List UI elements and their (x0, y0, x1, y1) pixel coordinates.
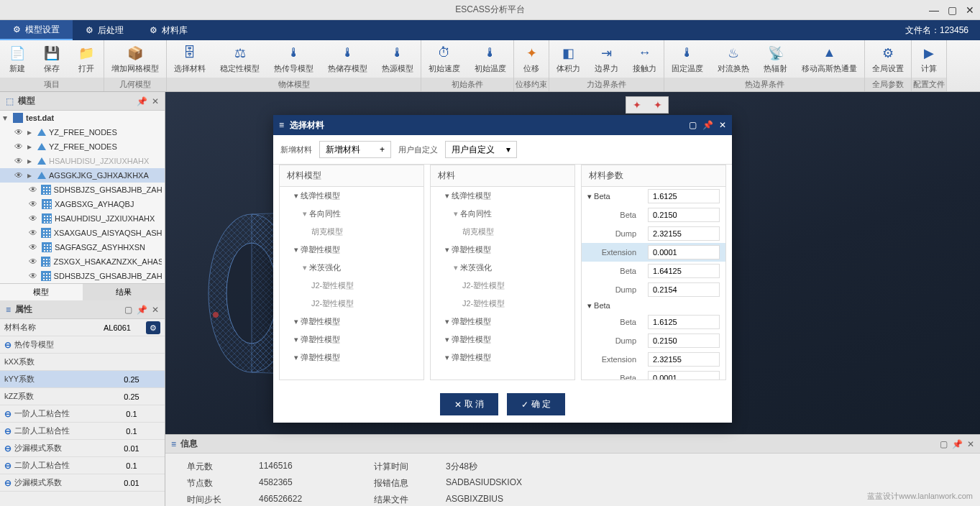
param-row[interactable]: Beta (582, 299, 725, 313)
prop-row[interactable]: kXX系数 (0, 354, 165, 371)
eye-icon[interactable]: 👁 (14, 142, 24, 152)
eye-icon[interactable]: 👁 (14, 127, 24, 137)
param-value[interactable]: 0.2150 (648, 334, 720, 348)
ribbon-全局设置[interactable]: ⚙全局设置 (865, 40, 911, 78)
material-item[interactable]: J2-塑性模型 (280, 295, 423, 313)
param-value[interactable]: 1.6125 (648, 189, 720, 203)
eye-icon[interactable]: 👁 (29, 271, 38, 281)
tree-item[interactable]: 👁▸YZ_FREE_NODES (0, 125, 165, 139)
close-panel-icon[interactable]: ✕ (967, 439, 974, 449)
close-icon[interactable]: ✕ (966, 4, 974, 16)
material-item[interactable]: 弹塑性模型 (431, 331, 574, 349)
tree-item[interactable]: 👁▸AGSGKJKG_GJHXAJKHXA (0, 168, 165, 183)
prop-row[interactable]: ⊖ 沙漏模式系数0.01 (0, 440, 165, 457)
param-row[interactable]: Beta1.64125 (582, 262, 725, 280)
material-item[interactable]: 各向同性 (280, 205, 423, 223)
ribbon-对流换热[interactable]: ♨对流换热 (710, 40, 756, 78)
pin-icon[interactable]: 📌 (137, 305, 147, 315)
param-value[interactable]: 0.2150 (648, 208, 720, 222)
param-row[interactable]: Beta0.0001 (582, 369, 725, 380)
material-item[interactable]: J2-塑性模型 (280, 277, 423, 295)
maximize-icon[interactable]: ▢ (948, 4, 957, 16)
eye-icon[interactable]: 👁 (29, 199, 39, 209)
tree-item[interactable]: 👁HSAUHDISU_JZXIUXHAHX (0, 211, 165, 226)
param-row[interactable]: Dump0.2150 (582, 331, 725, 350)
eye-icon[interactable]: 👁 (29, 213, 39, 224)
prop-row[interactable]: ⊖ 热传导模型 (0, 336, 165, 354)
tree-root[interactable]: ▾test.dat (0, 111, 165, 125)
material-item[interactable]: 米茨强化 (280, 259, 423, 277)
material-item[interactable]: 弹塑性模型 (431, 349, 574, 367)
close-panel-icon[interactable]: ✕ (152, 96, 159, 106)
param-value[interactable]: 1.6125 (648, 315, 720, 329)
cancel-button[interactable]: ✕ 取 消 (440, 393, 498, 415)
param-row[interactable]: Dump2.32155 (582, 224, 725, 243)
pin-icon[interactable]: 📌 (952, 439, 963, 449)
ribbon-固定温度[interactable]: 🌡固定温度 (664, 40, 710, 78)
ribbon-热源模型[interactable]: 🌡热源模型 (375, 40, 421, 78)
param-value[interactable]: 2.32155 (648, 352, 720, 367)
eye-icon[interactable]: 👁 (14, 170, 24, 180)
param-row[interactable]: Beta0.2150 (582, 206, 725, 224)
eye-icon[interactable]: 👁 (29, 242, 39, 252)
prop-row[interactable]: kZZ系数0.25 (0, 388, 165, 405)
model-tree[interactable]: ▾test.dat👁▸YZ_FREE_NODES👁▸YZ_FREE_NODES👁… (0, 111, 165, 283)
material-item[interactable]: 弹塑性模型 (431, 313, 574, 331)
eye-icon[interactable]: 👁 (29, 228, 38, 238)
collapse-icon[interactable]: ⊖ (4, 409, 12, 419)
param-row[interactable]: Beta1.6125 (582, 313, 725, 331)
material-item[interactable]: 弹塑性模型 (280, 241, 423, 259)
restore-icon[interactable]: ▢ (689, 120, 697, 130)
material-item[interactable]: J2-塑性模型 (431, 295, 574, 313)
ribbon-初始速度[interactable]: ⏱初始速度 (421, 40, 467, 78)
ribbon-体积力[interactable]: ◧体积力 (549, 40, 587, 78)
collapse-icon[interactable]: ⊖ (4, 340, 12, 350)
param-row[interactable]: Dump0.2154 (582, 280, 725, 299)
ribbon-边界力[interactable]: ⇥边界力 (587, 40, 626, 78)
param-row[interactable]: Beta1.6125 (582, 187, 725, 206)
eye-icon[interactable]: 👁 (29, 185, 38, 195)
menu-材料库[interactable]: ⚙材料库 (137, 20, 201, 40)
tree-item[interactable]: 👁▸HSAUHDISU_JZXIUXHAHX (0, 154, 165, 168)
prop-row[interactable]: kYY系数0.25 (0, 371, 165, 388)
material-item[interactable]: 线弹性模型 (431, 187, 574, 205)
collapse-icon[interactable]: ⊖ (4, 461, 12, 471)
gear-icon[interactable]: ⚙ (146, 321, 160, 334)
ribbon-稳定性模型[interactable]: ⚖稳定性模型 (213, 40, 267, 78)
ribbon-增加网格模型[interactable]: 📦增加网格模型 (104, 40, 166, 78)
param-value[interactable]: 2.32155 (648, 226, 720, 241)
material-item[interactable]: 弹塑性模型 (431, 241, 574, 259)
tree-item[interactable]: 👁▸YZ_FREE_NODES (0, 139, 165, 154)
param-value[interactable]: 0.0001 (648, 245, 720, 259)
ribbon-热辐射[interactable]: 📡热辐射 (756, 40, 794, 78)
pin-icon[interactable]: 📌 (137, 96, 147, 106)
eye-icon[interactable]: 👁 (29, 257, 38, 267)
tree-item[interactable]: 👁SAGFASGZ_ASYHHXSN (0, 240, 165, 254)
param-value[interactable]: 0.0001 (648, 371, 720, 380)
ribbon-计算[interactable]: ▶计算 (912, 40, 946, 78)
menu-后处理[interactable]: ⚙后处理 (73, 20, 137, 40)
ribbon-移动高斯热通量[interactable]: ▲移动高斯热通量 (794, 40, 864, 78)
tab-model[interactable]: 模型 (0, 284, 83, 300)
material-item[interactable]: 弹塑性模型 (280, 349, 423, 367)
material-item[interactable]: 线弹性模型 (280, 187, 423, 205)
restore-icon[interactable]: ▢ (940, 439, 948, 449)
axis-widget[interactable]: ✦✦ (626, 96, 669, 114)
restore-icon[interactable]: ▢ (124, 305, 132, 315)
prop-row[interactable]: ⊖ 沙漏模式系数0.01 (0, 474, 165, 492)
minimize-icon[interactable]: — (929, 4, 939, 16)
ribbon-热储存模型[interactable]: 🌡热储存模型 (321, 40, 375, 78)
tree-item[interactable]: 👁SDHSBJZS_GHSABJHB_ZAHU (0, 269, 165, 283)
tree-item[interactable]: 👁XSAXGAUS_AISYAQSH_ASHX (0, 226, 165, 240)
pin-icon[interactable]: 📌 (702, 120, 713, 130)
user-defined-combo[interactable]: 用户自定义▾ (445, 141, 517, 158)
material-item[interactable]: 弹塑性模型 (280, 313, 423, 331)
material-item[interactable]: 胡克模型 (431, 223, 574, 241)
ribbon-打开[interactable]: 📁打开 (69, 40, 104, 78)
ribbon-新建[interactable]: 📄新建 (0, 40, 35, 78)
material-item[interactable]: 胡克模型 (280, 223, 423, 241)
collapse-icon[interactable]: ⊖ (4, 443, 12, 454)
ribbon-热传导模型[interactable]: 🌡热传导模型 (267, 40, 321, 78)
collapse-icon[interactable]: ⊖ (4, 426, 12, 436)
ribbon-初始温度[interactable]: 🌡初始温度 (467, 40, 513, 78)
